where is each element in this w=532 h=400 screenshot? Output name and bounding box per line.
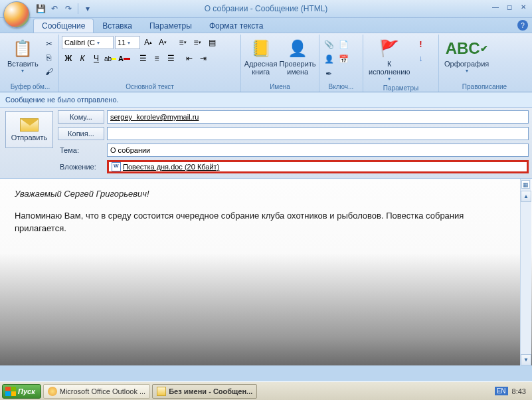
check-names-icon: 👤: [287, 38, 308, 59]
message-icon: [157, 387, 166, 396]
taskbar-item-label: Microsoft Office Outlook ...: [60, 387, 145, 395]
align-left-icon[interactable]: ☰: [136, 52, 149, 65]
taskbar-item-message[interactable]: Без имени - Сообщен...: [152, 384, 257, 399]
attachment-field[interactable]: Повестка дня.doc (20 Кбайт): [107, 160, 529, 173]
group-options: 🚩 К исполнению ▾ ! ↓ Параметры: [363, 35, 439, 92]
message-body-area: Уважаемый Сергей Григорьевич! Напоминаю …: [0, 179, 532, 365]
taskbar-item-outlook[interactable]: Microsoft Office Outlook ...: [43, 384, 150, 399]
ribbon-tabs: Сообщение Вставка Параметры Формат текст…: [0, 18, 532, 33]
group-include-label: Включ...: [322, 82, 360, 92]
qat-separator: [78, 3, 78, 14]
quick-access-toolbar: 💾 ↶ ↷ ▾: [35, 3, 94, 15]
copy-icon[interactable]: ⎘: [43, 51, 56, 64]
attach-label: Вложение:: [58, 163, 104, 171]
minimize-button[interactable]: —: [489, 2, 501, 11]
close-button[interactable]: ✕: [517, 2, 529, 11]
vertical-scrollbar[interactable]: ▦ ▲ ▼: [520, 179, 531, 365]
clock: 8:43: [512, 387, 526, 395]
address-book-button[interactable]: 📒 Адресная книга: [244, 36, 278, 78]
group-names: 📒 Адресная книга 👤 Проверить имена Имена: [241, 35, 319, 92]
numbering-icon[interactable]: ≡▾: [191, 36, 204, 49]
window-title: О собрании - Сообщение (HTML): [205, 4, 328, 13]
attachment-chip[interactable]: Повестка дня.doc (20 Кбайт): [112, 162, 219, 171]
attach-file-icon[interactable]: 📎: [322, 38, 335, 51]
signature-icon[interactable]: ✒: [322, 67, 335, 80]
help-icon[interactable]: ?: [517, 20, 528, 31]
save-icon[interactable]: 💾: [35, 3, 46, 15]
italic-button[interactable]: К: [76, 52, 89, 65]
send-panel: Отправить: [3, 110, 55, 174]
cc-field[interactable]: [107, 127, 529, 140]
underline-button[interactable]: Ч: [90, 52, 103, 65]
office-button[interactable]: [3, 1, 30, 28]
attach-item-icon[interactable]: 📄: [337, 38, 350, 51]
outlook-icon: [48, 387, 57, 396]
bold-button[interactable]: Ж: [62, 52, 75, 65]
word-doc-icon: [112, 162, 121, 171]
paste-icon: 📋: [12, 38, 33, 59]
spelling-label: Орфография: [444, 60, 489, 68]
check-names-label: Проверить имена: [280, 60, 316, 76]
message-body[interactable]: Уважаемый Сергей Григорьевич! Напоминаю …: [0, 179, 532, 365]
spelling-button[interactable]: ABC✔ Орфография ▾: [442, 36, 491, 76]
calendar-icon[interactable]: 📅: [337, 52, 350, 66]
info-bar: Сообщение не было отправлено.: [0, 92, 532, 108]
message-header: Отправить Кому... sergey_korolev@mymail.…: [0, 108, 532, 179]
cut-icon[interactable]: ✂: [43, 37, 56, 50]
align-center-icon[interactable]: ≡: [150, 52, 163, 65]
group-clipboard: 📋 Вставить ▾ ✂ ⎘ 🖌 Буфер обм...: [2, 35, 59, 92]
address-book-label: Адресная книга: [244, 60, 278, 76]
subject-label: Тема:: [58, 146, 104, 154]
font-name-combo[interactable]: Calibri (С▾: [62, 36, 114, 49]
start-button[interactable]: Пуск: [2, 384, 41, 399]
follow-up-button[interactable]: 🚩 К исполнению ▾: [366, 36, 413, 84]
subject-field[interactable]: О собрании: [107, 144, 529, 157]
decrease-indent-icon[interactable]: ⇤: [183, 52, 196, 65]
scroll-down-icon[interactable]: ▼: [521, 354, 531, 365]
attachment-name: Повестка дня.doc (20 Кбайт): [123, 163, 219, 171]
tab-format[interactable]: Формат текста: [201, 19, 272, 33]
highlight-button[interactable]: ab: [104, 52, 117, 65]
high-importance-icon[interactable]: !: [414, 38, 428, 51]
flag-icon: 🚩: [379, 38, 400, 59]
ruler-toggle-icon[interactable]: ▦: [521, 180, 530, 189]
font-color-button[interactable]: A: [118, 52, 131, 65]
follow-up-label: К исполнению: [369, 60, 410, 76]
business-card-icon[interactable]: 👤: [322, 52, 335, 66]
redo-icon[interactable]: ↷: [62, 3, 74, 15]
undo-icon[interactable]: ↶: [48, 3, 60, 15]
ribbon: 📋 Вставить ▾ ✂ ⎘ 🖌 Буфер обм... Calibri …: [0, 33, 532, 92]
shrink-font-icon[interactable]: A▾: [156, 36, 169, 49]
tab-message[interactable]: Сообщение: [33, 19, 94, 33]
to-button[interactable]: Кому...: [58, 110, 104, 124]
scroll-up-icon[interactable]: ▲: [521, 191, 531, 202]
start-label: Пуск: [18, 387, 35, 395]
increase-indent-icon[interactable]: ⇥: [197, 52, 210, 65]
tab-insert[interactable]: Вставка: [94, 19, 141, 33]
group-basic-text-label: Основной текст: [62, 82, 238, 92]
spellcheck-icon: ABC✔: [456, 38, 478, 59]
system-tray: EN 8:43: [495, 387, 530, 395]
tab-options[interactable]: Параметры: [141, 19, 201, 33]
taskbar-item-label: Без имени - Сообщен...: [169, 387, 252, 395]
send-button[interactable]: Отправить: [5, 111, 53, 148]
qat-dropdown-icon[interactable]: ▾: [82, 3, 94, 15]
align-right-icon[interactable]: ☰: [164, 52, 177, 65]
grow-font-icon[interactable]: A▴: [141, 36, 155, 49]
paste-button[interactable]: 📋 Вставить ▾: [5, 36, 41, 76]
taskbar: Пуск Microsoft Office Outlook ... Без им…: [0, 381, 532, 400]
font-size-combo[interactable]: 11▾: [115, 36, 140, 49]
language-indicator[interactable]: EN: [495, 387, 508, 395]
envelope-icon: [20, 118, 39, 132]
bullets-icon[interactable]: ≡▾: [176, 36, 189, 49]
to-field[interactable]: sergey_korolev@mymail.ru: [107, 110, 529, 124]
paste-label: Вставить: [7, 60, 39, 68]
group-include: 📎 📄 👤 📅 ✒ Включ...: [319, 35, 363, 92]
low-importance-icon[interactable]: ↓: [414, 52, 428, 65]
multilevel-icon[interactable]: ▤: [205, 36, 219, 49]
body-greeting: Уважаемый Сергей Григорьевич!: [15, 188, 517, 201]
format-painter-icon[interactable]: 🖌: [43, 65, 56, 78]
maximize-button[interactable]: ◻: [503, 2, 515, 11]
cc-button[interactable]: Копия...: [58, 127, 104, 140]
check-names-button[interactable]: 👤 Проверить имена: [279, 36, 316, 78]
